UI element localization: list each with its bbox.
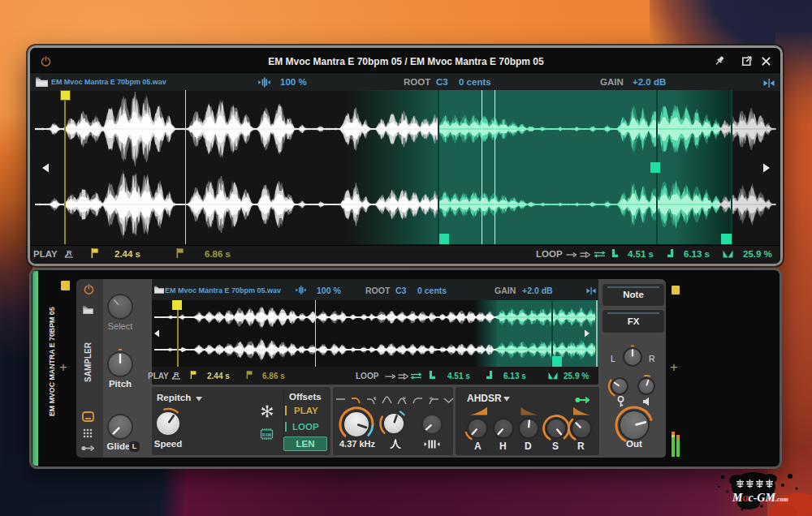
svg-text:RAM: RAM	[262, 432, 271, 437]
svg-text:R: R	[67, 249, 72, 257]
svg-text:Mac-GM.com: Mac-GM.com	[732, 492, 788, 504]
svg-text:R: R	[174, 371, 179, 379]
